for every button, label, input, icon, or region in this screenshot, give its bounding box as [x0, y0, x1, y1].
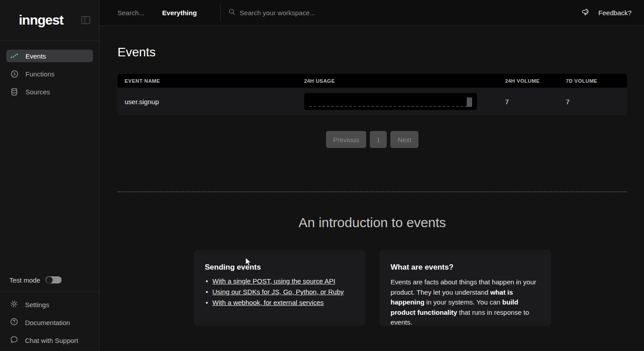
- sidebar-item-label: Functions: [25, 70, 54, 78]
- workspace-search-input[interactable]: [240, 9, 427, 17]
- chat-bubble-icon: [10, 336, 18, 345]
- usage-sparkline-chart: [304, 93, 477, 110]
- inngest-logo: inngest: [19, 13, 63, 28]
- sending-events-links: With a single POST, using the source API…: [205, 277, 354, 306]
- sidebar-nav: Events Functions: [0, 41, 99, 98]
- card-title: What are events?: [391, 263, 540, 272]
- page-number-button[interactable]: 1: [370, 131, 387, 148]
- sidebar-item-documentation[interactable]: Documentation: [6, 316, 93, 329]
- sparkline-baseline: [309, 106, 472, 107]
- sidebar-item-label: Sources: [25, 88, 50, 96]
- gear-icon: [10, 300, 18, 309]
- events-table: EVENT NAME 24H USAGE 24H VOLUME 7D VOLUM…: [117, 74, 627, 115]
- link-source-api[interactable]: With a single POST, using the source API: [213, 277, 335, 285]
- test-mode-toggle[interactable]: [46, 276, 62, 283]
- column-header-event-name: EVENT NAME: [117, 78, 304, 84]
- volume-7d-cell: 7: [566, 98, 627, 106]
- column-header-24h-volume: 24H VOLUME: [505, 78, 566, 84]
- sources-icon: [10, 88, 18, 96]
- what-are-events-card: What are events? Events are facts about …: [380, 250, 551, 326]
- list-item: With a single POST, using the source API: [205, 277, 354, 285]
- search-scope-everything[interactable]: Everything: [162, 9, 197, 17]
- list-item: With a webhook, for external services: [205, 299, 354, 306]
- main-column: Search... Everything: [100, 0, 644, 351]
- sidebar-collapse-icon[interactable]: [80, 15, 91, 25]
- volume-24h-cell: 7: [505, 98, 566, 106]
- link-sdks[interactable]: Using our SDKs for JS, Go, Python, or Ru…: [213, 288, 344, 296]
- sidebar-item-settings[interactable]: Settings: [6, 298, 93, 311]
- pagination: Previous 1 Next: [117, 131, 627, 148]
- card-title: Sending events: [205, 263, 354, 272]
- sidebar-item-label: Documentation: [25, 319, 70, 326]
- sidebar-item-label: Chat with Support: [25, 337, 78, 344]
- next-page-button[interactable]: Next: [390, 131, 418, 148]
- global-search-trigger[interactable]: Search...: [117, 9, 144, 17]
- intro-cards: Sending events With a single POST, using…: [117, 250, 627, 326]
- sidebar-item-label: Events: [25, 52, 46, 60]
- sending-events-card: Sending events With a single POST, using…: [194, 250, 365, 326]
- sidebar-header: inngest: [0, 0, 99, 41]
- feedback-link[interactable]: Feedback?: [598, 9, 631, 17]
- toggle-knob: [46, 277, 53, 283]
- topbar: Search... Everything: [100, 0, 644, 26]
- sidebar-item-events[interactable]: Events: [6, 50, 93, 62]
- list-item: Using our SDKs for JS, Go, Python, or Ru…: [205, 288, 354, 296]
- column-header-24h-usage: 24H USAGE: [304, 78, 505, 84]
- test-mode-row: Test mode: [0, 268, 99, 292]
- card-paragraph: Events are facts about things that happe…: [391, 277, 540, 328]
- question-circle-icon: [10, 318, 18, 327]
- section-divider: [117, 191, 627, 192]
- table-header-row: EVENT NAME 24H USAGE 24H VOLUME 7D VOLUM…: [117, 74, 627, 88]
- page-title: Events: [117, 45, 627, 59]
- workspace-search: [229, 8, 581, 17]
- intro-heading: An introduction to events: [117, 215, 627, 230]
- table-row[interactable]: user.signup 7 7: [117, 88, 627, 115]
- sidebar: inngest Events: [0, 0, 100, 351]
- sidebar-footer: Settings Documentation C: [0, 292, 99, 351]
- usage-cell: [304, 93, 505, 110]
- topbar-right: Feedback?: [581, 8, 631, 18]
- sparkline-bar: [467, 97, 472, 107]
- app-window: inngest Events: [0, 0, 644, 351]
- functions-icon: [10, 70, 18, 78]
- column-header-7d-volume: 7D VOLUME: [566, 78, 627, 84]
- link-webhook[interactable]: With a webhook, for external services: [213, 299, 324, 306]
- page-content: Events EVENT NAME 24H USAGE 24H VOLUME 7…: [100, 26, 644, 351]
- sidebar-item-functions[interactable]: Functions: [6, 68, 93, 80]
- search-icon: [229, 8, 235, 17]
- events-dots-icon: [10, 53, 18, 59]
- topbar-divider: [220, 4, 221, 21]
- event-name-cell: user.signup: [117, 98, 304, 106]
- previous-page-button[interactable]: Previous: [326, 131, 366, 148]
- sidebar-item-chat-support[interactable]: Chat with Support: [6, 334, 93, 347]
- test-mode-label: Test mode: [9, 276, 40, 284]
- sidebar-item-label: Settings: [25, 301, 49, 309]
- sidebar-item-sources[interactable]: Sources: [6, 85, 93, 98]
- sidebar-spacer: [0, 98, 99, 268]
- megaphone-icon[interactable]: [581, 8, 590, 18]
